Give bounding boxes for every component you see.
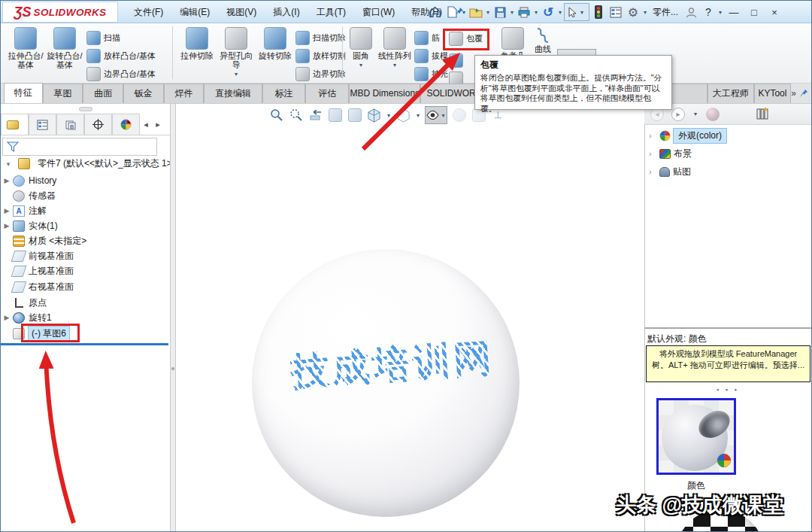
tab-scroll-left[interactable]: ◂	[140, 114, 152, 135]
lofted-boss-button[interactable]: 放样凸台/基体	[86, 49, 156, 63]
swept-boss-button[interactable]: 扫描	[86, 31, 120, 45]
menu-edit[interactable]: 编辑(E)	[171, 1, 218, 23]
print-icon[interactable]	[516, 3, 532, 21]
tree-item-annotations[interactable]: ▶A注解	[1, 203, 168, 218]
open-icon[interactable]	[468, 3, 484, 21]
new-document-icon[interactable]	[444, 3, 460, 21]
fillet-dropdown[interactable]: ▾	[358, 62, 364, 68]
tree-filter-box[interactable]	[2, 138, 157, 156]
linear-pattern-dropdown[interactable]: ▾	[392, 62, 398, 68]
zoom-fit-icon[interactable]	[268, 108, 284, 123]
undo-dropdown[interactable]: ▾	[557, 9, 563, 16]
pane-resize-dots[interactable]: ▪ ▪ ▪	[717, 386, 739, 394]
boundary-boss-button[interactable]: 边界凸台/基体	[86, 67, 156, 81]
tree-item-history[interactable]: ▶History	[1, 173, 168, 188]
revolved-cut-button[interactable]: 旋转切除	[256, 27, 294, 60]
extruded-cut-button[interactable]: 拉伸切除	[178, 27, 216, 60]
tab-sheet-metal[interactable]: 钣金	[123, 84, 164, 103]
edit-appearance-icon[interactable]	[451, 108, 467, 123]
lofted-cut-button[interactable]: 放样切割	[295, 49, 346, 63]
tab-evaluate[interactable]: 评估	[305, 84, 349, 103]
rib-button[interactable]: 筋	[414, 31, 440, 45]
shell-button[interactable]: 抽壳	[414, 67, 448, 81]
tab-featuremanager-tree[interactable]	[1, 114, 29, 135]
tab-markup[interactable]: 标注	[262, 84, 306, 103]
tab-kytool[interactable]: KYTool	[754, 84, 792, 103]
document-name[interactable]: 零件...	[649, 6, 682, 19]
expander-icon[interactable]: ›	[644, 168, 656, 176]
menu-window[interactable]: 窗口(W)	[354, 1, 403, 23]
previous-view-icon[interactable]	[308, 108, 323, 123]
splitter-handle[interactable]	[171, 367, 174, 370]
hide-show-dropdown[interactable]: ▾	[441, 112, 447, 119]
expander-icon[interactable]: ▶	[1, 222, 13, 230]
expander-icon[interactable]: ›	[644, 132, 656, 140]
save-dropdown[interactable]: ▾	[509, 9, 515, 16]
menu-tools[interactable]: 工具(T)	[308, 1, 354, 23]
panel-splitter[interactable]	[170, 104, 176, 532]
taskpane-item-decals[interactable]: › 贴图	[644, 163, 812, 180]
tree-item-solid-bodies[interactable]: ▶实体(1)	[1, 218, 168, 233]
open-dropdown[interactable]: ▾	[485, 9, 491, 16]
tab-pin-icon[interactable]	[799, 89, 808, 98]
swept-cut-button[interactable]: 扫描切除	[295, 31, 346, 45]
tab-dimxpertmanager[interactable]	[84, 114, 112, 135]
tree-item-front-plane[interactable]: 前视基准面	[1, 248, 168, 263]
rollback-bar[interactable]	[1, 343, 168, 345]
display-style-icon[interactable]	[395, 108, 411, 123]
taskpane-item-appearances[interactable]: › 外观(color)	[644, 127, 812, 144]
print-dropdown[interactable]: ▾	[533, 9, 539, 16]
menu-view[interactable]: 视图(V)	[218, 1, 265, 23]
options-list-icon[interactable]	[607, 3, 624, 21]
view-orientation-dropdown[interactable]: ▾	[386, 112, 392, 119]
library-books-icon[interactable]	[756, 106, 769, 122]
tab-configurationmanager[interactable]: B	[56, 114, 84, 135]
close-button[interactable]: ×	[765, 3, 784, 21]
tab-direct-editing[interactable]: 直接编辑	[204, 84, 262, 103]
settings-dropdown[interactable]: ▾	[642, 9, 648, 16]
tab-sketch[interactable]: 草图	[43, 84, 83, 103]
annotation-views-icon[interactable]	[347, 108, 362, 123]
help-button[interactable]: ?	[700, 3, 717, 21]
settings-gear-icon[interactable]: ⚙	[625, 3, 641, 21]
expander-icon[interactable]: ▶	[1, 314, 13, 321]
linear-pattern-button[interactable]: 线性阵列 ▾	[377, 27, 413, 68]
zoom-area-icon[interactable]	[288, 108, 304, 123]
hole-wizard-dropdown[interactable]: ▾	[233, 71, 239, 78]
user-account-icon[interactable]	[683, 3, 699, 21]
save-icon[interactable]	[492, 3, 508, 21]
new-document-dropdown[interactable]: ▾	[461, 9, 467, 16]
hole-wizard-button[interactable]: 异型孔向导 ▾	[217, 27, 255, 78]
tree-item-top-plane[interactable]: 上视基准面	[1, 263, 168, 278]
tab-overflow-chevron[interactable]: »	[791, 88, 796, 99]
display-style-dropdown[interactable]: ▾	[415, 112, 421, 119]
tree-item-sensors[interactable]: 传感器	[1, 188, 168, 203]
tree-root-item[interactable]: ▾ 零件7 (默认<<默认>_显示状态 1>)	[2, 157, 175, 170]
maximize-button[interactable]: □	[744, 3, 764, 21]
pane-dropdown[interactable]: ▾	[692, 111, 698, 117]
curves-button[interactable]: 曲线	[530, 27, 556, 53]
tab-da-gong-cheng-shi[interactable]: 大工程师	[707, 84, 754, 103]
minimize-button[interactable]: —	[724, 3, 744, 21]
tab-displaymanager[interactable]	[112, 114, 140, 135]
menu-insert[interactable]: 插入(I)	[265, 1, 308, 23]
intersect-button[interactable]	[449, 53, 463, 68]
tree-item-material[interactable]: 材质 <未指定>	[1, 233, 168, 248]
rebuild-traffic-light-icon[interactable]	[590, 3, 607, 21]
expander-icon[interactable]: ▾	[2, 160, 14, 168]
undo-icon[interactable]: ↺	[540, 3, 556, 21]
tab-scroll-right[interactable]: ▸	[152, 114, 164, 135]
menu-file[interactable]: 文件(F)	[126, 1, 171, 23]
tab-surfaces[interactable]: 曲面	[83, 84, 123, 103]
panel-collapse-handle[interactable]	[79, 107, 92, 111]
select-tool-dropdown[interactable]: ▾	[579, 9, 585, 16]
taskpane-item-scenes[interactable]: › 布景	[644, 145, 812, 162]
home-icon[interactable]	[426, 3, 443, 21]
forward-arrow-icon[interactable]: ▸	[671, 108, 685, 121]
extruded-boss-button[interactable]: 拉伸凸台/基体	[7, 27, 44, 69]
tab-weldments[interactable]: 焊件	[164, 84, 205, 103]
pane-divider[interactable]	[644, 327, 812, 329]
revolved-boss-button[interactable]: 旋转凸台/基体	[46, 27, 83, 69]
appearance-ball-icon[interactable]	[706, 108, 720, 121]
expander-icon[interactable]: ›	[644, 150, 656, 158]
